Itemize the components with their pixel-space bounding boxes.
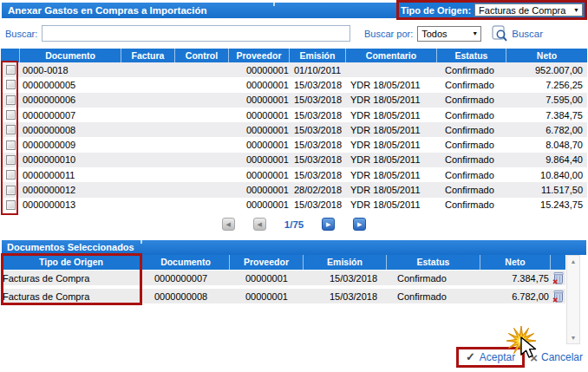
cell-emision: 15/03/2018 (290, 80, 346, 90)
row-checkbox[interactable] (6, 155, 16, 165)
table-row[interactable]: 00000000080000000115/03/2018YDR 18/05/20… (1, 122, 587, 137)
cell-tipo: Facturas de Compra (1, 273, 142, 284)
header-cell-select (1, 49, 20, 62)
header-cell-actions (551, 255, 565, 270)
cell-estatus: Confirmado (437, 154, 506, 165)
table-row[interactable]: 00000000090000000115/03/2018YDR 18/05/20… (1, 137, 587, 152)
cell-proveedor: 00000001 (229, 65, 290, 75)
table-row[interactable]: 00000000130000000115/03/2018YDR 18/05/20… (1, 198, 587, 212)
search-by-select[interactable]: Todos ▼ (417, 26, 481, 42)
table-row[interactable]: 00000000100000000115/03/2018YDR 18/05/20… (1, 153, 587, 167)
cell-neto: 7.384,75 (480, 273, 551, 284)
row-checkbox[interactable] (6, 186, 16, 195)
header-cell: Documento (20, 49, 121, 62)
cell-neto: 10.840,00 (506, 170, 587, 180)
selected-row[interactable]: Facturas de Compra00000000070000000115/0… (1, 271, 565, 285)
first-page-icon: ◀ (226, 221, 231, 228)
delete-row-button[interactable] (551, 290, 565, 303)
search-input[interactable] (42, 25, 350, 42)
table-row[interactable]: 00000000070000000115/03/2018YDR 18/05/20… (1, 108, 587, 122)
check-icon: ✓ (466, 350, 475, 363)
header-cell: Tipo de Origen (1, 255, 142, 270)
checkbox-cell (1, 110, 20, 120)
delete-row-button[interactable] (551, 271, 565, 284)
row-checkbox[interactable] (6, 80, 16, 89)
cell-comentario: YDR 18/05/2011 (346, 185, 437, 195)
cell-neto: 6.782,00 (506, 125, 587, 135)
selected-table-body: Facturas de Compra00000000070000000115/0… (1, 271, 565, 307)
selected-table-scrollbar[interactable]: ▲ ▼ (566, 255, 580, 344)
cell-neto: 9.864,40 (506, 154, 587, 165)
table-row[interactable]: 0000-00180000000101/10/2011Confirmado952… (1, 62, 587, 77)
row-checkbox[interactable] (6, 95, 16, 105)
scroll-down-icon[interactable]: ▼ (567, 332, 579, 343)
header-cell: Neto (506, 49, 587, 62)
table-row[interactable]: 00000000060000000115/03/2018YDR 18/05/20… (1, 93, 587, 108)
search-by-label: Buscar por: (364, 29, 413, 39)
cell-comentario: YDR 18/05/2011 (346, 170, 437, 180)
cancel-button[interactable]: × Cancelar (530, 350, 583, 365)
row-checkbox[interactable] (6, 170, 16, 179)
cell-neto: 7.384,75 (506, 110, 587, 121)
cell-neto: 15.243,75 (506, 199, 587, 210)
cell-proveedor: 00000001 (229, 80, 290, 90)
cell-comentario: YDR 18/05/2011 (346, 154, 437, 165)
cell-neto: 8.048,70 (506, 140, 587, 150)
table-row[interactable]: 00000000110000000115/03/2018YDR 18/05/20… (1, 167, 587, 182)
cell-estatus: Confirmado (437, 65, 506, 75)
cell-proveedor: 00000001 (229, 170, 290, 180)
search-button[interactable]: Buscar (492, 25, 543, 42)
row-checkbox[interactable] (6, 200, 16, 210)
search-bar: Buscar: Buscar por: Todos ▼ Buscar (5, 25, 585, 42)
row-checkbox[interactable] (6, 65, 16, 75)
cell-proveedor: 00000001 (229, 110, 290, 121)
last-page-button[interactable]: ▶ (353, 218, 366, 231)
next-page-icon: ▶ (326, 221, 330, 228)
main-table-body: 0000-00180000000101/10/2011Confirmado952… (1, 62, 587, 212)
scroll-up-icon[interactable]: ▲ (567, 256, 579, 267)
cell-neto: 11.517,50 (506, 185, 587, 195)
search-icon (492, 25, 508, 42)
accept-highlight-box: ✓ Aceptar (456, 347, 525, 368)
cell-documento: 0000000011 (20, 170, 121, 180)
table-row[interactable]: 00000000050000000115/03/2018YDR 18/05/20… (1, 77, 587, 92)
cell-proveedor: 00000001 (229, 95, 290, 105)
checkbox-cell (1, 80, 20, 89)
cell-emision: 15/03/2018 (290, 170, 346, 180)
checkbox-cell (1, 155, 20, 165)
cell-documento: 0000-0018 (20, 65, 121, 75)
cell-comentario: YDR 18/05/2011 (346, 140, 437, 150)
cell-proveedor: 00000001 (229, 154, 290, 165)
accept-button[interactable]: Aceptar (480, 351, 515, 363)
origin-type-value: Facturas de Compra (479, 5, 565, 16)
cell-neto: 7.595,00 (506, 95, 587, 105)
cell-estatus: Confirmado (387, 273, 480, 284)
prev-page-button[interactable]: ◀ (253, 218, 266, 231)
cell-estatus: Confirmado (437, 125, 506, 135)
cell-estatus: Confirmado (437, 95, 506, 105)
selected-documents-title: Documentos Seleccionados (7, 242, 134, 252)
next-page-button[interactable]: ▶ (322, 218, 335, 231)
cell-documento: 0000000008 (20, 125, 121, 135)
row-checkbox[interactable] (6, 125, 16, 134)
footer-actions: ✓ Aceptar × Cancelar (456, 347, 583, 368)
selected-row[interactable]: Facturas de Compra00000000080000000115/0… (1, 289, 565, 303)
cell-proveedor: 00000001 (229, 199, 290, 210)
cell-neto: 6.782,00 (480, 291, 551, 302)
row-checkbox[interactable] (6, 110, 16, 120)
pagination: ◀ ◀ 1/75 ▶ ▶ (0, 217, 588, 232)
cell-proveedor: 00000001 (230, 273, 304, 284)
header-cell: Neto (480, 255, 551, 270)
cell-neto: 952.007,00 (506, 65, 587, 75)
row-checkbox[interactable] (6, 140, 16, 150)
header-cell: Documento (142, 255, 230, 270)
cell-emision: 15/03/2018 (304, 291, 387, 302)
table-row[interactable]: 00000000120000000128/02/2018YDR 18/05/20… (1, 182, 587, 197)
origin-type-label: Tipo de Origen: (401, 5, 471, 16)
first-page-button[interactable]: ◀ (222, 218, 235, 231)
checkbox-cell (1, 140, 20, 150)
origin-type-select[interactable]: Facturas de Compra ▼ (474, 3, 583, 16)
checkbox-cell (1, 186, 20, 195)
header-cell: Proveedor (229, 49, 290, 62)
header-cell: Estatus (437, 49, 506, 62)
